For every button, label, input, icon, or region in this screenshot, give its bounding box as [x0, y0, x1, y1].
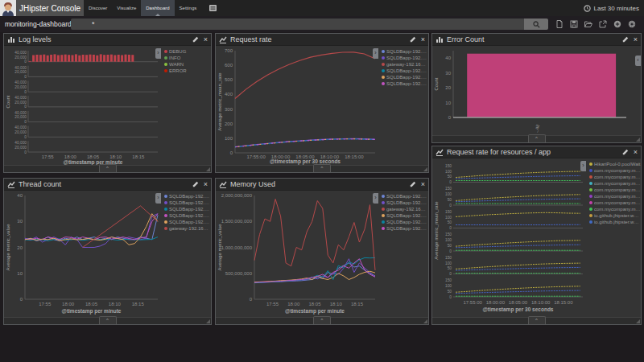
legend-toggle[interactable]: ‹: [635, 56, 641, 66]
legend-item[interactable]: SQLDBapp-192.168.4...: [382, 194, 428, 199]
edit-icon[interactable]: [622, 36, 629, 43]
legend-item[interactable]: SQLDBapp-192.168.4...: [382, 226, 428, 231]
legend-item[interactable]: SQLDBapp-192.168.4...: [382, 200, 428, 205]
legend-toggle[interactable]: ›: [155, 193, 161, 204]
resize-handle[interactable]: [206, 167, 210, 171]
svg-text:17:55: 17:55: [266, 302, 279, 306]
panel-memory-used: Memory Used×0500,000,0001,000,000,0001,5…: [215, 178, 429, 325]
edit-icon[interactable]: [192, 36, 199, 43]
panel-header-log-levels[interactable]: Log levels×: [4, 34, 211, 46]
legend-toggle[interactable]: ›: [373, 48, 378, 59]
panel-header-memory-used[interactable]: Memory Used×: [216, 179, 428, 191]
svg-text:150: 150: [445, 210, 452, 214]
legend-item[interactable]: com.mycompany.myap...: [589, 175, 641, 179]
legend-item[interactable]: SQLDBapp-192.168.4...: [382, 81, 428, 86]
edit-icon[interactable]: [622, 149, 629, 155]
legend-item[interactable]: SQLDBapp-192.168.4...: [382, 213, 428, 218]
top-navbar: JHipster Console DiscoverVisualizeDashbo…: [0, 0, 644, 16]
panel-header-request-rate[interactable]: Request rate×: [216, 34, 428, 46]
svg-text:150: 150: [445, 164, 452, 168]
share-icon[interactable]: [599, 20, 607, 28]
nav-item-settings[interactable]: Settings: [175, 0, 202, 16]
resize-handle[interactable]: [636, 138, 640, 142]
edit-icon[interactable]: [410, 36, 416, 43]
collapse-chevron[interactable]: ^: [99, 164, 117, 172]
legend-item[interactable]: SQLDBapp-192.168.4...: [164, 200, 211, 205]
collapse-chevron[interactable]: ^: [528, 316, 546, 324]
close-icon[interactable]: ×: [421, 36, 425, 43]
add-visualization-icon[interactable]: [613, 20, 621, 28]
legend-item[interactable]: SQLDBapp-192.168.4...: [164, 194, 211, 199]
close-icon[interactable]: ×: [421, 181, 425, 188]
new-document-icon[interactable]: [555, 20, 564, 28]
legend-item[interactable]: SQLDBapp-192.168.4...: [382, 68, 428, 73]
close-icon[interactable]: ×: [204, 36, 208, 43]
legend-toggle[interactable]: ›: [155, 48, 161, 59]
collapse-chevron[interactable]: ^: [313, 316, 331, 324]
legend-item[interactable]: SQLDBapp-192.168.4...: [382, 49, 428, 54]
legend-dot: [164, 220, 167, 224]
time-range-picker[interactable]: Last 30 minutes: [584, 0, 639, 16]
nav-item-visualize[interactable]: Visualize: [112, 0, 141, 16]
svg-text:150: 150: [445, 278, 452, 282]
legend-dot: [589, 214, 592, 217]
close-icon[interactable]: ×: [634, 36, 638, 43]
legend-item[interactable]: gateway-192.168.43.8...: [382, 207, 428, 212]
legend-item[interactable]: gateway-192.168.43.8...: [382, 62, 428, 67]
legend-item[interactable]: gateway-192.168.43.8...: [164, 226, 211, 231]
chart-request-rate: 010020030040050060070017:55:0018:00:0018…: [216, 46, 378, 165]
legend-item[interactable]: SQLDBapp-192.168.4...: [164, 207, 211, 212]
legend-item[interactable]: DEBUG: [164, 49, 211, 54]
open-folder-icon[interactable]: [584, 20, 592, 28]
legend-item[interactable]: HikariPool-0.poolWait: [589, 162, 641, 167]
legend-item[interactable]: com.mycompany.myap...: [589, 181, 641, 186]
panel-header-error-count[interactable]: Error Count×: [432, 34, 641, 46]
menu-icon[interactable]: [201, 0, 225, 16]
options-icon[interactable]: [628, 20, 636, 28]
legend-label: SQLDBapp-192.168.4...: [169, 220, 211, 224]
legend-label: com.mycompany.myap...: [594, 207, 641, 212]
resize-handle[interactable]: [206, 319, 210, 323]
legend-item[interactable]: com.mycompany.myap...: [589, 187, 641, 192]
search-button[interactable]: [524, 19, 548, 30]
legend-item[interactable]: io.github.jhipster.web.r...: [589, 220, 641, 224]
chart-request-rate-resources: 1501005001501005001501005001501005001501…: [432, 158, 586, 317]
search-icon: [533, 21, 540, 28]
query-input[interactable]: [71, 19, 524, 30]
legend-label: io.github.jhipster.web.r...: [594, 220, 641, 224]
edit-icon[interactable]: [192, 181, 199, 187]
nav-item-dashboard[interactable]: Dashboard: [141, 0, 174, 16]
edit-icon[interactable]: [410, 181, 416, 187]
resize-handle[interactable]: [423, 167, 427, 171]
svg-text:50: 50: [448, 220, 452, 224]
legend-item[interactable]: INFO: [164, 56, 211, 60]
legend-item[interactable]: SQLDBapp-192.168.4...: [164, 213, 211, 218]
save-icon[interactable]: [570, 20, 578, 28]
collapse-chevron[interactable]: ^: [99, 316, 117, 324]
collapse-chevron[interactable]: ^: [528, 134, 546, 142]
legend-item[interactable]: WARN: [164, 62, 211, 67]
resize-handle[interactable]: [423, 319, 427, 323]
legend-item[interactable]: com.mycompany.myap...: [589, 194, 641, 199]
panel-header-thread-count[interactable]: Thread count×: [4, 179, 211, 191]
close-icon[interactable]: ×: [204, 181, 208, 188]
line-chart-icon: [436, 149, 444, 156]
close-icon[interactable]: ×: [634, 149, 638, 156]
legend-item[interactable]: io.github.jhipster.web.r...: [589, 213, 641, 218]
legend-item[interactable]: ERROR: [164, 68, 211, 73]
legend-item[interactable]: com.mycompany.myap...: [589, 168, 641, 173]
breadcrumb[interactable]: monitoring-dashboard: [5, 16, 72, 32]
legend-item[interactable]: SQLDBapp-192.168.4...: [382, 75, 428, 80]
panel-header-request-rate-resources[interactable]: Request rate for resources / app×: [432, 146, 641, 158]
legend-item[interactable]: com.mycompany.myap...: [589, 207, 641, 212]
legend-item[interactable]: com.mycompany.myap...: [589, 200, 641, 205]
legend-toggle[interactable]: ›: [373, 193, 378, 204]
legend-item[interactable]: SQLDBapp-192.168.4...: [382, 56, 428, 60]
app-logo[interactable]: JHipster Console: [0, 0, 84, 16]
legend-item[interactable]: SQLDBapp-192.168.4...: [382, 220, 428, 224]
resize-handle[interactable]: [636, 319, 640, 323]
collapse-chevron[interactable]: ^: [313, 164, 331, 172]
nav-item-discover[interactable]: Discover: [84, 0, 112, 16]
legend-toggle[interactable]: ›: [580, 161, 586, 171]
legend-item[interactable]: SQLDBapp-192.168.4...: [164, 220, 211, 224]
